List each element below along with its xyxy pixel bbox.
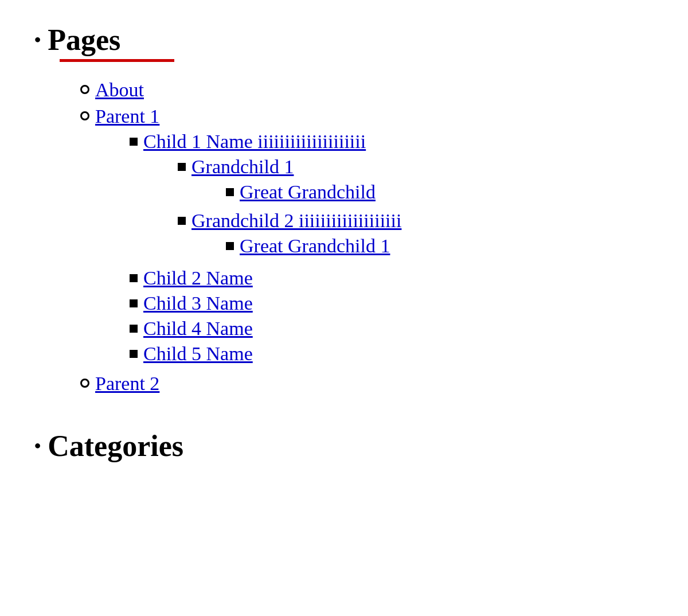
square-bullet-icon bbox=[130, 350, 138, 358]
categories-title: Categories bbox=[48, 429, 183, 463]
about-link[interactable]: About bbox=[95, 79, 144, 101]
child1-link[interactable]: Child 1 Name iiiiiiiiiiiiiiiiiiii bbox=[143, 131, 366, 152]
circle-bullet-icon bbox=[80, 85, 89, 94]
square-bullet-icon bbox=[130, 325, 138, 333]
square-bullet-icon bbox=[178, 217, 186, 225]
parent1-container: Parent 1 Child 1 Name iiiiiiiiiiiiiiiiii… bbox=[95, 106, 401, 368]
list-item: Great Grandchild bbox=[226, 181, 376, 203]
list-item: Child 4 Name bbox=[130, 318, 401, 340]
list-item: Child 5 Name bbox=[130, 343, 401, 365]
list-item: Parent 1 Child 1 Name iiiiiiiiiiiiiiiiii… bbox=[80, 106, 654, 368]
list-item: Grandchild 1 Great Grandchild bbox=[178, 156, 401, 206]
list-item: Parent 2 bbox=[80, 373, 654, 395]
pages-section: • Pages About Parent 1 Child 1 Name iiii… bbox=[34, 23, 654, 395]
categories-section: • Categories bbox=[34, 429, 654, 463]
child2-link[interactable]: Child 2 Name bbox=[143, 267, 253, 289]
pages-bullet: • bbox=[34, 29, 41, 50]
greatgrandchild-list: Great Grandchild bbox=[226, 181, 376, 203]
list-item: Child 3 Name bbox=[130, 293, 401, 314]
square-bullet-icon bbox=[178, 163, 186, 171]
greatgrandchild2-link[interactable]: Great Grandchild 1 bbox=[240, 235, 390, 257]
list-item: Great Grandchild 1 bbox=[226, 235, 401, 257]
square-bullet-icon bbox=[226, 242, 234, 250]
circle-bullet-icon bbox=[80, 111, 89, 120]
parent1-link[interactable]: Parent 1 bbox=[95, 106, 159, 127]
pages-top-list: About Parent 1 Child 1 Name iiiiiiiiiiii… bbox=[80, 79, 654, 395]
greatgrandchild-list-2: Great Grandchild 1 bbox=[226, 235, 401, 257]
grandchild1-container: Grandchild 1 Great Grandchild bbox=[191, 156, 376, 206]
child5-link[interactable]: Child 5 Name bbox=[143, 343, 253, 365]
square-bullet-icon bbox=[226, 188, 234, 196]
greatgrandchild1-link[interactable]: Great Grandchild bbox=[240, 181, 376, 203]
parent2-link[interactable]: Parent 2 bbox=[95, 373, 159, 395]
grandchild2-link[interactable]: Grandchild 2 iiiiiiiiiiiiiiiiiii bbox=[191, 210, 401, 231]
categories-bullet: • bbox=[34, 435, 41, 457]
pages-underline bbox=[60, 59, 174, 62]
list-item: Grandchild 2 iiiiiiiiiiiiiiiiiii Great G… bbox=[178, 210, 401, 260]
list-item: About bbox=[80, 79, 654, 101]
grandchild-list: Grandchild 1 Great Grandchild bbox=[178, 156, 401, 260]
child4-link[interactable]: Child 4 Name bbox=[143, 318, 253, 340]
list-item: Child 1 Name iiiiiiiiiiiiiiiiiiii Grandc… bbox=[130, 131, 401, 264]
pages-header: • Pages bbox=[34, 23, 654, 57]
circle-bullet-icon bbox=[80, 379, 89, 388]
square-bullet-icon bbox=[130, 138, 138, 146]
categories-header: • Categories bbox=[34, 429, 654, 463]
child3-link[interactable]: Child 3 Name bbox=[143, 293, 253, 314]
grandchild2-container: Grandchild 2 iiiiiiiiiiiiiiiiiii Great G… bbox=[191, 210, 401, 260]
child-list: Child 1 Name iiiiiiiiiiiiiiiiiiii Grandc… bbox=[130, 131, 401, 365]
square-bullet-icon bbox=[130, 299, 138, 307]
list-item: Child 2 Name bbox=[130, 267, 401, 289]
square-bullet-icon bbox=[130, 274, 138, 282]
child1-container: Child 1 Name iiiiiiiiiiiiiiiiiiii Grandc… bbox=[143, 131, 401, 264]
grandchild1-link[interactable]: Grandchild 1 bbox=[191, 156, 294, 177]
pages-title: Pages bbox=[48, 23, 120, 57]
